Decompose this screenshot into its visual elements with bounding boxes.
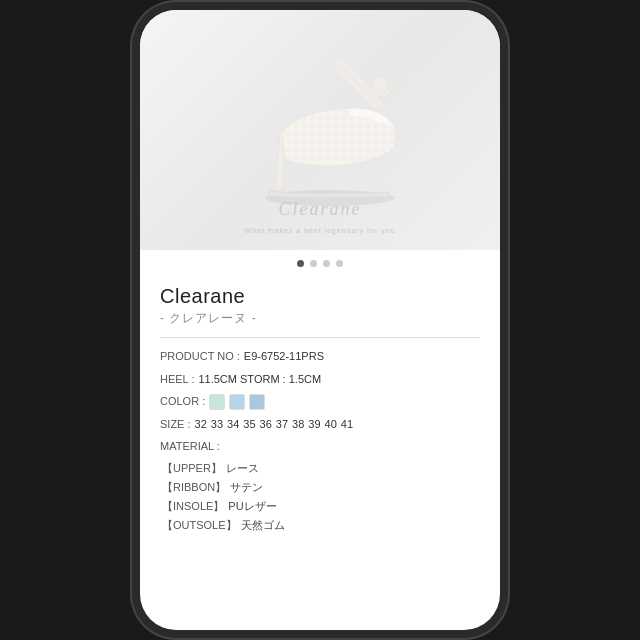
swatch-blue2[interactable] [249,394,265,410]
color-label: COLOR : [160,393,205,411]
heel-label: HEEL : [160,371,194,389]
brand-tagline: What makes a heel legendary for you [245,227,396,234]
product-subtitle: - クレアレーヌ - [160,310,480,327]
dot-3[interactable] [323,260,330,267]
shoe-illustration [220,50,420,210]
insole-value: PUレザー [228,499,276,514]
material-upper: 【UPPER】 レース [160,461,480,476]
outsole-value: 天然ゴム [241,518,285,533]
dot-1[interactable] [297,260,304,267]
spec-heel: HEEL : 11.5CM STORM : 1.5CM [160,371,480,389]
dot-4[interactable] [336,260,343,267]
product-no-value: E9-6752-11PRS [244,348,324,366]
size-33[interactable]: 33 [211,416,223,434]
size-36[interactable]: 36 [260,416,272,434]
material-outsole: 【OUTSOLE】 天然ゴム [160,518,480,533]
material-ribbon: 【RIBBON】 サテン [160,480,480,495]
spec-table: PRODUCT NO : E9-6752-11PRS HEEL : 11.5CM… [160,348,480,456]
ribbon-value: サテン [230,480,263,495]
product-title: Clearane [160,285,480,308]
material-insole: 【INSOLE】 PUレザー [160,499,480,514]
heel-value: 11.5CM STORM : 1.5CM [198,371,321,389]
size-34[interactable]: 34 [227,416,239,434]
upper-label: 【UPPER】 [162,461,222,476]
dot-2[interactable] [310,260,317,267]
size-32[interactable]: 32 [195,416,207,434]
size-38[interactable]: 38 [292,416,304,434]
color-swatches [209,394,265,410]
outsole-label: 【OUTSOLE】 [162,518,237,533]
product-no-label: PRODUCT NO : [160,348,240,366]
spec-color: COLOR : [160,393,480,411]
spec-material-label-row: MATERIAL : [160,438,480,456]
size-35[interactable]: 35 [243,416,255,434]
phone-frame: Clearane What makes a heel legendary for… [140,10,500,630]
material-label: MATERIAL : [160,438,220,456]
image-dots [140,250,500,275]
divider [160,337,480,338]
ribbon-label: 【RIBBON】 [162,480,226,495]
product-content: Clearane - クレアレーヌ - PRODUCT NO : E9-6752… [140,275,500,547]
size-37[interactable]: 37 [276,416,288,434]
spec-product-no: PRODUCT NO : E9-6752-11PRS [160,348,480,366]
material-section: 【UPPER】 レース 【RIBBON】 サテン 【INSOLE】 PUレザー … [160,461,480,533]
spec-size: SIZE : 32 33 34 35 36 37 38 39 40 41 [160,416,480,434]
size-39[interactable]: 39 [308,416,320,434]
upper-value: レース [226,461,259,476]
size-label: SIZE : [160,416,191,434]
product-image: Clearane What makes a heel legendary for… [140,10,500,250]
swatch-blue1[interactable] [229,394,245,410]
size-41[interactable]: 41 [341,416,353,434]
size-40[interactable]: 40 [325,416,337,434]
swatch-mint[interactable] [209,394,225,410]
brand-watermark: Clearane [279,199,362,220]
size-list: 32 33 34 35 36 37 38 39 40 41 [195,416,354,434]
insole-label: 【INSOLE】 [162,499,224,514]
